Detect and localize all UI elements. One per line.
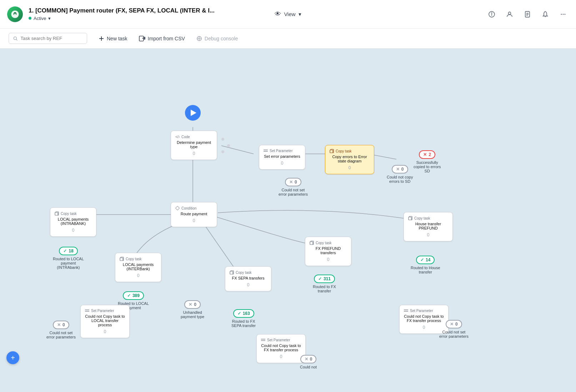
node-count: 0 [120, 273, 157, 278]
node-header: Set Parameter [264, 149, 301, 153]
badge-label: Routed to FXSEPA transfer [231, 319, 256, 328]
status-badge[interactable]: Active ▾ [29, 16, 51, 21]
bell-icon[interactable] [540, 9, 551, 20]
x-icon: ✕ [423, 152, 427, 157]
node-count: 0 [310, 257, 347, 262]
copy-errors-fail-badge: ✕ 0 Could not copyerrors to SD [387, 165, 413, 184]
eye-icon: 👁 [275, 10, 281, 18]
import-button[interactable]: Import from CSV [139, 36, 185, 41]
node-title: LOCAL payments (INTRABANK) [55, 217, 92, 226]
badge-value: 0 [455, 322, 458, 327]
node-fx-sepa[interactable]: Copy task FX SEPA transfers 0 [225, 266, 271, 291]
node-title: FX SEPA transfers [230, 276, 267, 280]
debug-label: Debug console [205, 36, 238, 41]
badge-value: 14 [426, 257, 430, 262]
plus-button[interactable]: + [6, 351, 19, 364]
badge-value: 2 [429, 152, 431, 157]
user-icon[interactable] [504, 9, 515, 20]
node-set-error[interactable]: Set Parameter Set error parameters 0 [259, 145, 305, 170]
play-button[interactable] [185, 105, 201, 121]
node-header: Copy task [330, 149, 370, 153]
status-label: Active [34, 16, 46, 21]
svg-rect-34 [261, 339, 265, 340]
port [227, 144, 230, 147]
svg-point-19 [199, 38, 200, 39]
svg-text:</>: </> [175, 135, 180, 139]
node-local-copy-error[interactable]: Set Parameter Could not Copy task to LOC… [80, 305, 130, 338]
node-title: Could not Copy task to FX transfer proce… [404, 314, 444, 323]
node-fx-prefund[interactable]: Copy task FX PREFUND transfers 0 [305, 237, 351, 266]
x-icon: ✕ [189, 302, 192, 307]
new-task-button[interactable]: New task [99, 36, 127, 41]
info-button[interactable] [486, 9, 497, 20]
node-header: Copy task [310, 241, 347, 245]
badge-value: 0 [295, 180, 297, 185]
could-not-set-badge-bl: ✕ 0 Could not seterror parameters [46, 321, 76, 339]
svg-rect-33 [230, 271, 233, 274]
header: 1. [COMMON] Payment router (FX, SEPA FX,… [0, 0, 576, 29]
more-icon[interactable] [557, 9, 569, 20]
badge-label: Unhandledpayment type [181, 310, 204, 319]
toolbar: New task Import from CSV Debug console [0, 29, 576, 49]
node-title: FX PREFUND transfers [310, 246, 347, 255]
badge: ✕ 2 [419, 150, 435, 159]
debug-button[interactable]: Debug console [196, 36, 238, 41]
copy-icon [330, 149, 334, 153]
node-local-intrabank[interactable]: Copy task LOCAL payments (INTRABANK) 0 [50, 207, 96, 237]
condition-icon [175, 206, 180, 210]
search-input[interactable] [21, 36, 82, 41]
node-type-label: Set Parameter [410, 309, 433, 313]
node-header: Set Parameter [85, 309, 125, 313]
node-count: 0 [261, 354, 301, 359]
routed-local-intra-badge: ✓ 18 Routed to LOCALpayment(INTRAbank) [53, 247, 84, 270]
check-icon: ✓ [127, 293, 131, 298]
badge-label: Could not seterror parameters [439, 330, 469, 338]
node-determine-payment[interactable]: </> Code Determine payment type 0 [171, 131, 217, 160]
svg-point-12 [14, 37, 16, 40]
node-house-transfer[interactable]: Copy task House transfer PREFUND 0 [404, 212, 453, 241]
node-type-label: Code [181, 135, 190, 139]
search-box[interactable] [9, 33, 87, 44]
badge: ✕ 0 [184, 300, 201, 309]
node-local-interbank[interactable]: Copy task LOCAL payments (INTERBank) 0 [115, 253, 161, 282]
routed-fx-badge: ✓ 311 Routed to FXtransfer [313, 275, 336, 293]
node-fx-copy-error[interactable]: Set Parameter Could not Copy task to FX … [256, 334, 306, 363]
param-icon [85, 309, 89, 313]
search-icon [13, 36, 18, 41]
check-icon: ✓ [63, 248, 67, 253]
view-button[interactable]: 👁 View ▾ [275, 10, 301, 18]
badge: ✕ 0 [53, 321, 69, 329]
node-type-label: Copy task [126, 257, 141, 261]
param-icon [264, 149, 268, 153]
could-not-set-badge-br: ✕ 0 Could not seterror parameters [439, 320, 469, 338]
svg-rect-35 [261, 340, 265, 341]
svg-line-13 [16, 39, 17, 40]
node-count: 0 [264, 161, 301, 166]
node-title: Could not Copy task to FX transfer proce… [261, 343, 301, 352]
chevron-down-icon: ▾ [299, 11, 301, 17]
badge: ✕ 0 [392, 165, 408, 174]
node-header: Set Parameter [261, 338, 301, 342]
badge: ✓ 14 [416, 256, 435, 264]
node-title: Copy errors to Error state diagram [330, 155, 370, 163]
node-route-payment[interactable]: Condition Route payment 0 [171, 202, 217, 227]
page-title: 1. [COMMON] Payment router (FX, SEPA FX,… [29, 7, 243, 14]
document-icon[interactable] [522, 9, 533, 20]
node-title: House transfer PREFUND [408, 222, 448, 230]
svg-rect-31 [85, 310, 89, 310]
badge: ✓ 163 [233, 309, 254, 318]
x-icon: ✕ [57, 322, 61, 327]
svg-point-2 [491, 12, 492, 13]
copy-icon [120, 257, 124, 261]
port [221, 138, 224, 141]
header-icons [486, 9, 569, 20]
node-type-label: Copy task [61, 212, 76, 216]
node-type-label: Set Parameter [267, 338, 290, 342]
node-header: Copy task [55, 211, 92, 216]
badge-label: Could not seterror parameters [46, 331, 76, 339]
import-label: Import from CSV [148, 36, 185, 41]
copy-errors-success-badge: ✕ 2 Successfullycopied to errorsSD [414, 150, 441, 173]
param-icon [261, 338, 265, 342]
node-type-label: Copy task [236, 271, 251, 275]
node-copy-errors[interactable]: Copy task Copy errors to Error state dia… [325, 145, 374, 174]
